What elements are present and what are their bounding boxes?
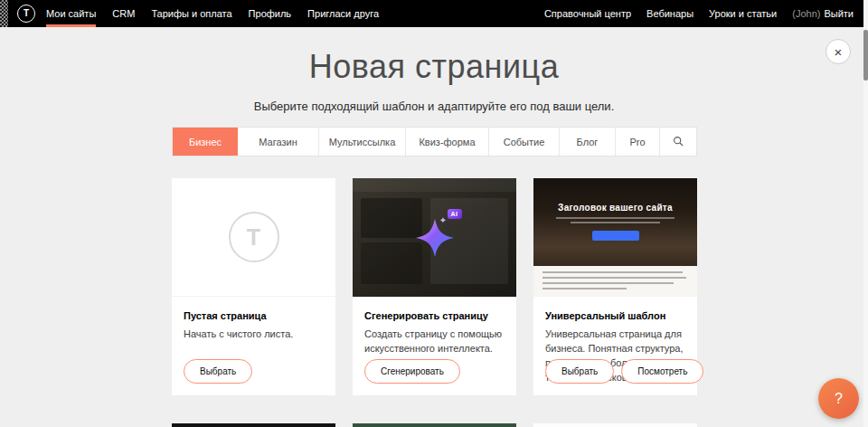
nav-webinars[interactable]: Вебинары xyxy=(646,0,693,27)
nav-invite-friend[interactable]: Пригласи друга xyxy=(307,0,379,27)
nav-help-center[interactable]: Справочный центр xyxy=(544,0,631,27)
card-desc: Начать с чистого листа. xyxy=(184,327,324,342)
preview-text-line xyxy=(542,282,674,284)
preview-cta-button xyxy=(592,231,639,241)
template-category-tabs: Бизнес Магазин Мультиссылка Квиз-форма С… xyxy=(172,127,697,157)
main-nav: Мои сайты CRM Тарифы и оплата Профиль Пр… xyxy=(46,0,379,27)
preview-heading: Заголовок вашего сайта xyxy=(533,178,697,213)
tab-search[interactable] xyxy=(660,128,696,156)
blank-page-preview: T xyxy=(172,178,335,297)
page-subtitle: Выберите подходящий шаблон и адаптируйте… xyxy=(0,100,868,113)
help-button[interactable]: ? xyxy=(818,378,859,419)
nav-my-sites[interactable]: Мои сайты xyxy=(46,0,96,27)
select-button[interactable]: Выбрать xyxy=(184,359,252,384)
tab-business[interactable]: Бизнес xyxy=(173,128,238,156)
logout-label: Выйти xyxy=(824,8,854,19)
nav-crm[interactable]: CRM xyxy=(112,0,135,27)
question-icon: ? xyxy=(835,391,843,407)
tilda-logo[interactable]: T xyxy=(17,5,35,23)
template-preview xyxy=(533,423,697,427)
tab-event[interactable]: Событие xyxy=(489,128,560,156)
template-card-blank[interactable]: T Пустая страница Начать с чистого листа… xyxy=(172,178,335,395)
topbar: T Мои сайты CRM Тарифы и оплата Профиль … xyxy=(0,0,868,27)
card-desc: Создать страницу с помощью искусственног… xyxy=(364,327,505,356)
ai-generate-preview: AI xyxy=(353,178,516,297)
tab-blog[interactable]: Блог xyxy=(560,128,616,156)
preview-hero-section: Заголовок вашего сайта xyxy=(533,178,697,266)
generate-button[interactable]: Сгенерировать xyxy=(364,359,460,384)
nav-logout[interactable]: (John) Выйти xyxy=(792,0,854,27)
card-actions: Выбрать Посмотреть xyxy=(545,359,703,384)
card-actions: Выбрать xyxy=(184,359,252,384)
ai-sparkle-icon xyxy=(413,216,457,260)
card-body: Сгенерировать страницу Создать страницу … xyxy=(353,297,516,356)
template-preview xyxy=(353,423,516,427)
scrollbar-thumb[interactable] xyxy=(863,30,868,81)
preview-text-line xyxy=(542,271,683,273)
card-title: Пустая страница xyxy=(184,310,324,321)
select-button[interactable]: Выбрать xyxy=(545,359,614,384)
tilda-mark-letter: T xyxy=(247,224,260,251)
template-card[interactable] xyxy=(533,423,697,427)
page-title: Новая страница xyxy=(0,48,868,86)
template-card[interactable] xyxy=(172,423,335,427)
preview-text-line xyxy=(542,277,686,279)
pattern-strip xyxy=(0,0,8,27)
tab-quiz-form[interactable]: Квиз-форма xyxy=(406,128,489,156)
card-actions: Сгенерировать xyxy=(364,359,460,384)
tab-shop[interactable]: Магазин xyxy=(238,128,319,156)
card-body: Пустая страница Начать с чистого листа. xyxy=(172,297,335,342)
template-card[interactable] xyxy=(353,423,516,427)
tab-pro[interactable]: Pro xyxy=(616,128,660,156)
template-preview xyxy=(172,423,335,427)
view-button[interactable]: Посмотреть xyxy=(621,359,703,384)
template-card-ai-generate[interactable]: AI Сгенерировать страницу Создать страни… xyxy=(353,178,516,395)
universal-template-preview: Заголовок вашего сайта xyxy=(533,178,697,297)
preview-text-line xyxy=(542,288,627,289)
card-title: Сгенерировать страницу xyxy=(364,310,505,321)
tilda-mark-icon: T xyxy=(229,212,279,262)
preview-header-strip xyxy=(353,178,516,192)
scrollbar[interactable] xyxy=(863,0,868,427)
user-name: (John) xyxy=(792,8,820,19)
close-button[interactable]: × xyxy=(826,39,851,64)
logo-letter: T xyxy=(24,9,29,18)
nav-lessons[interactable]: Уроки и статьи xyxy=(709,0,777,27)
tab-multilink[interactable]: Мультиссылка xyxy=(319,128,406,156)
preview-subtext-line xyxy=(556,217,674,219)
nav-tariffs[interactable]: Тарифы и оплата xyxy=(151,0,231,27)
template-grid: T Пустая страница Начать с чистого листа… xyxy=(172,178,697,427)
secondary-nav: Справочный центр Вебинары Уроки и статьи… xyxy=(544,0,868,27)
close-icon: × xyxy=(835,45,843,59)
preview-text-section xyxy=(533,266,697,297)
ai-badge: AI xyxy=(448,209,462,219)
search-icon xyxy=(673,136,684,147)
template-card-universal[interactable]: Заголовок вашего сайта Универсальный шаб… xyxy=(533,178,697,395)
card-title: Универсальный шаблон xyxy=(545,310,685,321)
nav-profile[interactable]: Профиль xyxy=(249,0,292,27)
preview-subtext-line xyxy=(571,222,661,223)
